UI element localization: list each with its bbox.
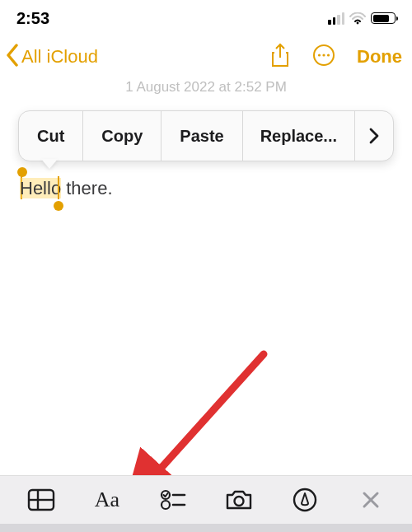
selection-handle-end[interactable] — [54, 201, 63, 211]
more-button[interactable] — [312, 44, 335, 70]
status-bar: 2:53 — [0, 0, 412, 36]
markup-button[interactable] — [283, 483, 326, 517]
svg-point-14 — [294, 489, 316, 511]
share-button[interactable] — [269, 43, 291, 71]
back-button[interactable]: All iCloud — [5, 44, 98, 71]
keyboard-toolbar: Aa — [0, 475, 412, 524]
text-format-icon: Aa — [95, 488, 119, 512]
battery-icon — [371, 12, 396, 24]
wifi-icon — [349, 12, 366, 25]
selection-handle-start[interactable] — [17, 167, 27, 177]
text-selection-menu: Cut Copy Paste Replace... — [18, 110, 394, 161]
menu-replace[interactable]: Replace... — [243, 111, 354, 161]
note-text-rest: there. — [61, 178, 112, 198]
chevron-right-icon — [369, 128, 379, 144]
menu-copy[interactable]: Copy — [83, 111, 161, 161]
dismiss-button[interactable] — [349, 483, 392, 517]
svg-point-11 — [162, 501, 170, 509]
checklist-icon — [160, 489, 186, 511]
menu-cut[interactable]: Cut — [19, 111, 82, 161]
annotation-arrow — [0, 0, 412, 532]
table-button[interactable] — [20, 483, 63, 517]
note-body[interactable]: Hello there. — [20, 178, 113, 199]
svg-point-2 — [318, 54, 321, 56]
selected-text: Hello — [20, 178, 61, 198]
status-right — [328, 12, 396, 25]
camera-button[interactable] — [218, 483, 260, 517]
svg-point-0 — [357, 21, 359, 24]
table-icon — [27, 488, 55, 511]
text-format-button[interactable]: Aa — [86, 483, 129, 517]
svg-point-4 — [327, 54, 330, 56]
svg-point-13 — [235, 497, 244, 506]
menu-more[interactable] — [355, 111, 393, 161]
checklist-button[interactable] — [152, 483, 194, 517]
chevron-left-icon — [5, 44, 20, 71]
back-label: All iCloud — [21, 46, 98, 68]
markup-icon — [293, 488, 317, 512]
svg-line-5 — [152, 354, 264, 478]
done-button[interactable]: Done — [357, 46, 402, 68]
note-date: 1 August 2022 at 2:52 PM — [0, 79, 412, 96]
close-icon — [361, 490, 381, 510]
status-time: 2:53 — [16, 9, 49, 28]
nav-bar: All iCloud Done — [0, 36, 412, 77]
svg-point-3 — [322, 54, 325, 56]
cellular-signal-icon — [328, 12, 344, 25]
menu-paste[interactable]: Paste — [162, 111, 241, 161]
camera-icon — [225, 489, 253, 511]
